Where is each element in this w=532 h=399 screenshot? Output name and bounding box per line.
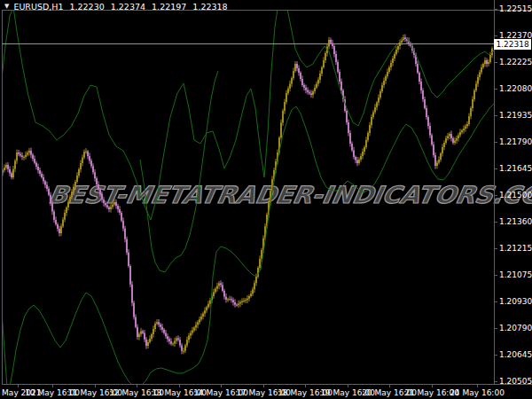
symbol-marker-icon: ▼	[4, 3, 9, 11]
chart-title-bar: ▼ EURUSD,H1 1.22230 1.22374 1.22197 1.22…	[4, 2, 228, 12]
indicator-lower-band	[2, 104, 494, 387]
price-axis-label: 1.21215	[499, 244, 532, 253]
price-axis[interactable]: 1.225151.223701.222251.220801.219351.217…	[494, 4, 532, 386]
price-axis-label: 1.21360	[499, 217, 532, 226]
chart-frame	[2, 0, 532, 385]
indicator-mid-line	[140, 71, 218, 272]
price-axis-label: 1.20930	[499, 297, 532, 306]
price-axis-label: 1.20790	[499, 324, 532, 332]
price-chart-plot[interactable]: 1.225151.223701.222251.220801.219351.217…	[0, 0, 532, 399]
price-axis-label: 1.22080	[499, 84, 532, 93]
price-axis-label: 1.21075	[499, 270, 532, 279]
time-axis[interactable]: 7 May 202110 May 16:0011 May 16:0012 May…	[0, 384, 505, 397]
price-axis-label: 1.20505	[499, 377, 532, 386]
price-axis-label: 1.22515	[499, 4, 532, 13]
ohlc-low-value: 1.22197	[152, 2, 186, 12]
price-axis-label: 1.21645	[499, 164, 532, 173]
current-price-tag: 1.22318	[494, 39, 531, 50]
price-axis-label: 1.21935	[499, 111, 532, 120]
ohlc-close-value: 1.22318	[192, 2, 227, 12]
price-axis-label: 1.22225	[499, 58, 532, 66]
symbol-period-label: EURUSD,H1	[13, 2, 63, 12]
ohlc-open-value: 1.22230	[69, 2, 104, 12]
price-axis-label: 1.21500	[499, 191, 532, 200]
ohlc-high-value: 1.22374	[111, 2, 145, 12]
price-axis-label: 1.20645	[499, 350, 532, 359]
price-axis-label: 1.21790	[499, 137, 532, 146]
candles-layer	[2, 35, 493, 355]
time-axis-label: 24 May 16:00	[450, 388, 505, 397]
indicator-bands-layer	[2, 0, 494, 387]
chart-window[interactable]: ▼ EURUSD,H1 1.22230 1.22374 1.22197 1.22…	[0, 0, 532, 399]
